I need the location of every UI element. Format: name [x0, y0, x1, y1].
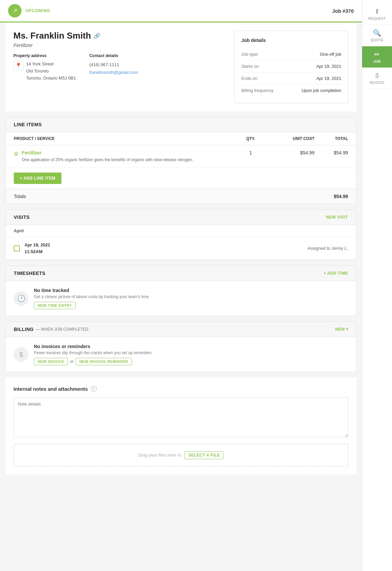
col-qty-header: QTY. — [234, 136, 267, 141]
billing-title: BILLING — [14, 327, 34, 332]
col-product-header: PRODUCT / SERVICE — [14, 136, 234, 141]
status-icon: ↗ — [8, 4, 21, 17]
timesheet-content: 🕐 No time tracked Get a clearer picture … — [6, 281, 356, 316]
visit-assigned: Assigned to Jenny L. — [55, 246, 348, 251]
line-item-name: Fertilizer — [22, 150, 234, 155]
client-section: Ms. Franklin Smith 🔗 Fertilizer Property… — [5, 22, 356, 111]
billing-content: $ No invoices or reminders Fewer invoice… — [6, 337, 356, 372]
or-text: or — [70, 359, 74, 364]
new-time-entry-button[interactable]: NEW TIME ENTRY — [34, 302, 76, 309]
timesheet-text: No time tracked Get a clearer picture of… — [34, 288, 149, 309]
invoice-icon: $ — [375, 72, 379, 80]
line-item-unit-cost: $54.99 — [267, 150, 314, 155]
contact-details-col: Contact details (416) 967-1111 franklins… — [89, 53, 138, 82]
property-address-label: Property address — [13, 53, 76, 58]
notes-section: Internal notes and attachments ? Drag yo… — [5, 378, 356, 475]
client-info: Ms. Franklin Smith 🔗 Fertilizer Property… — [13, 31, 228, 103]
sidebar-item-job[interactable]: ✏ JOB — [362, 46, 392, 68]
job-detail-billing: Billing frequency Upon job completion — [241, 85, 341, 96]
client-email[interactable]: franklinsmith@gmail.com — [89, 70, 138, 75]
job-detail-starts: Starts on Apr 19, 2021 — [241, 60, 341, 73]
status-label: UPCOMING — [26, 8, 50, 13]
note-textarea[interactable] — [13, 397, 348, 437]
top-bar: ↗ UPCOMING Job #370 — [0, 0, 362, 22]
property-address-col: Property address 📍 14 York Street Old To… — [13, 53, 76, 82]
line-items-header: LINE ITEMS — [6, 117, 356, 132]
line-item-info: Fertilizer One application of 25% organi… — [22, 150, 234, 163]
new-visit-button[interactable]: NEW VISIT — [326, 215, 348, 220]
job-detail-ends: Ends on Apr 19, 2021 — [241, 73, 341, 85]
quote-icon: 🔍 — [373, 29, 381, 37]
job-details-title: Job details — [241, 38, 341, 43]
line-items-section: LINE ITEMS PRODUCT / SERVICE QTY. UNIT C… — [5, 117, 356, 204]
sidebar-item-invoice[interactable]: $ INVOICE — [362, 68, 392, 89]
no-invoices-desc: Fewer invoices slip through the cracks w… — [34, 350, 152, 355]
timesheets-section: TIMESHEETS + ADD TIME 🕐 No time tracked … — [5, 266, 356, 316]
line-item-service-icon: ⚙ — [14, 151, 18, 157]
location-icon: 📍 — [13, 61, 23, 70]
right-sidebar: ⬆ REQUEST 🔍 QUOTE ✏ JOB $ INVOICE — [362, 0, 392, 571]
line-item-total: $54.99 — [314, 150, 348, 155]
col-unit-header: UNIT COST — [267, 136, 314, 141]
line-items-table: PRODUCT / SERVICE QTY. UNIT COST TOTAL ⚙… — [6, 132, 356, 204]
visit-datetime: Apr 19, 2021 11:52AM — [24, 242, 50, 255]
address-text: 14 York Street Old Toronto Toronto, Onta… — [26, 61, 76, 82]
add-time-button[interactable]: + ADD TIME — [324, 271, 348, 276]
contact-details-label: Contact details — [89, 53, 138, 58]
line-items-title: LINE ITEMS — [14, 122, 42, 127]
visits-section: VISITS NEW VISIT April Apr 19, 2021 11:5… — [5, 209, 356, 260]
help-icon[interactable]: ? — [91, 386, 97, 392]
no-invoices-title: No invoices or reminders — [34, 344, 152, 349]
sidebar-item-quote[interactable]: 🔍 QUOTE — [362, 25, 392, 46]
billing-title-group: BILLING — WHEN JOB COMPLETED — [14, 327, 88, 332]
billing-actions: NEW INVOICE or NEW INVOICE REMINDER — [34, 358, 152, 365]
client-phone: (416) 967-1111 — [89, 61, 138, 68]
top-bar-left: ↗ UPCOMING — [8, 4, 50, 17]
request-icon: ⬆ — [374, 7, 380, 15]
notes-title: Internal notes and attachments ? — [13, 386, 348, 392]
visits-title: VISITS — [14, 215, 30, 220]
billing-text: No invoices or reminders Fewer invoices … — [34, 344, 152, 365]
file-drop-zone: Drag your files here or SELECT A FILE — [13, 444, 348, 467]
client-subtitle: Fertilizer — [13, 42, 228, 48]
billing-when: — WHEN JOB COMPLETED — [36, 327, 89, 332]
job-detail-type: Job type One-off job — [241, 48, 341, 60]
new-invoice-button[interactable]: NEW INVOICE — [34, 358, 68, 365]
sidebar-item-request[interactable]: ⬆ REQUEST — [362, 3, 392, 25]
no-time-desc: Get a clearer picture of labour costs by… — [34, 294, 149, 299]
timesheet-clock-icon: 🕐 — [14, 291, 29, 306]
col-total-header: TOTAL — [314, 136, 348, 141]
address-box: 📍 14 York Street Old Toronto Toronto, On… — [13, 61, 76, 82]
billing-section: BILLING — WHEN JOB COMPLETED NEW ▾ $ No … — [5, 322, 356, 372]
line-item-desc: One application of 25% organic fertilize… — [22, 157, 234, 163]
line-item-row: ⚙ Fertilizer One application of 25% orga… — [6, 145, 356, 168]
timesheets-header: TIMESHEETS + ADD TIME — [6, 266, 356, 281]
job-details-box: Job details Job type One-off job Starts … — [234, 31, 348, 103]
add-line-item-button[interactable]: + ADD LINE ITEM — [14, 173, 61, 184]
billing-header: BILLING — WHEN JOB COMPLETED NEW ▾ — [6, 322, 356, 337]
file-drop-text: Drag your files here or — [138, 453, 182, 458]
timesheets-title: TIMESHEETS — [14, 271, 45, 276]
totals-value: $54.99 — [334, 194, 348, 199]
totals-label: Totals — [14, 194, 26, 199]
visit-row: Apr 19, 2021 11:52AM Assigned to Jenny L… — [6, 237, 356, 260]
totals-row: Totals $54.99 — [6, 189, 356, 204]
new-invoice-reminder-button[interactable]: NEW INVOICE REMINDER — [76, 358, 132, 365]
no-time-title: No time tracked — [34, 288, 149, 293]
contact-text: (416) 967-1111 franklinsmith@gmail.com — [89, 61, 138, 77]
visit-month: April — [6, 225, 356, 237]
billing-new-dropdown[interactable]: NEW ▾ — [335, 327, 348, 332]
client-name: Ms. Franklin Smith 🔗 — [13, 31, 228, 41]
line-item-qty: 1 — [234, 150, 267, 155]
table-header: PRODUCT / SERVICE QTY. UNIT COST TOTAL — [6, 132, 356, 145]
add-line-item-wrapper: + ADD LINE ITEM — [6, 168, 356, 189]
link-icon[interactable]: 🔗 — [94, 33, 100, 39]
job-icon: ✏ — [374, 50, 380, 58]
billing-invoice-icon: $ — [14, 347, 29, 362]
select-file-button[interactable]: SELECT A FILE — [185, 451, 224, 459]
info-grid: Property address 📍 14 York Street Old To… — [13, 53, 228, 82]
job-number: Job #370 — [332, 8, 354, 14]
visit-checkbox[interactable] — [14, 245, 20, 251]
visits-header: VISITS NEW VISIT — [6, 210, 356, 225]
